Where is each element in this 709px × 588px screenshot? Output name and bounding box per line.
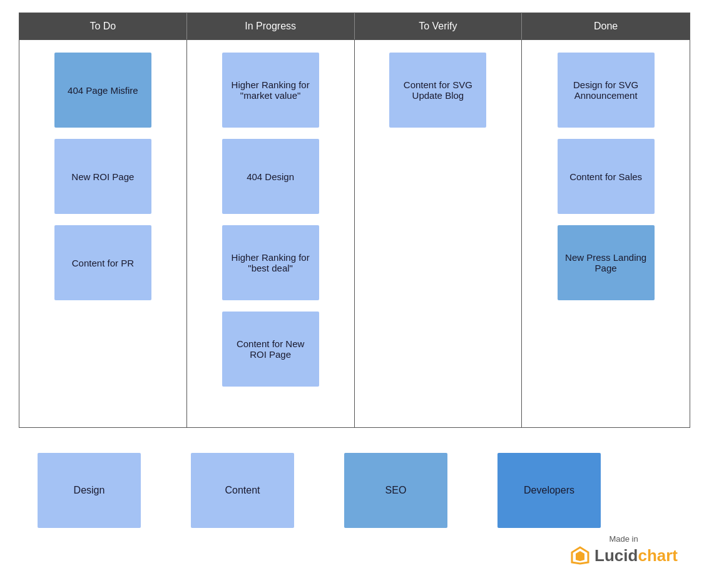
card-inprogress-2[interactable]: Higher Ranking for "best deal"	[222, 225, 319, 300]
legend-area: DesignContentSEODevelopers	[19, 453, 690, 528]
header-inprogress: In Progress	[187, 13, 355, 39]
header-done: Done	[522, 13, 690, 39]
card-toverify-0[interactable]: Content for SVG Update Blog	[389, 53, 486, 128]
card-todo-0[interactable]: 404 Page Misfire	[54, 53, 151, 128]
kanban-body: 404 Page MisfireNew ROI PageContent for …	[19, 39, 690, 427]
legend-item-1: Content	[191, 453, 294, 528]
kanban-board: To DoIn ProgressTo VerifyDone 404 Page M…	[19, 13, 690, 428]
legend-item-2: SEO	[344, 453, 447, 528]
card-done-1[interactable]: Content for Sales	[558, 139, 655, 214]
lucidchart-logo: Lucidchart	[569, 545, 678, 566]
card-done-2[interactable]: New Press Landing Page	[558, 225, 655, 300]
kanban-header: To DoIn ProgressTo VerifyDone	[19, 13, 690, 39]
card-todo-1[interactable]: New ROI Page	[54, 139, 151, 214]
lucid-text: Lucidchart	[594, 546, 678, 565]
col-done: Design for SVG AnnouncementContent for S…	[522, 40, 690, 427]
card-inprogress-1[interactable]: 404 Design	[222, 139, 319, 214]
col-toverify: Content for SVG Update Blog	[355, 40, 523, 427]
header-todo: To Do	[19, 13, 187, 39]
card-done-0[interactable]: Design for SVG Announcement	[558, 53, 655, 128]
made-in-label: Made in	[609, 534, 638, 544]
svg-marker-1	[576, 551, 584, 561]
branding: Made in Lucidchart	[569, 534, 678, 566]
lucidchart-icon	[569, 545, 591, 566]
main-wrapper: To DoIn ProgressTo VerifyDone 404 Page M…	[0, 0, 709, 540]
header-toverify: To Verify	[355, 13, 523, 39]
col-todo: 404 Page MisfireNew ROI PageContent for …	[19, 40, 187, 427]
card-inprogress-0[interactable]: Higher Ranking for "market value"	[222, 53, 319, 128]
legend-item-0: Design	[38, 453, 141, 528]
legend-item-3: Developers	[497, 453, 601, 528]
card-todo-2[interactable]: Content for PR	[54, 225, 151, 300]
card-inprogress-3[interactable]: Content for New ROI Page	[222, 312, 319, 387]
col-inprogress: Higher Ranking for "market value"404 Des…	[187, 40, 355, 427]
